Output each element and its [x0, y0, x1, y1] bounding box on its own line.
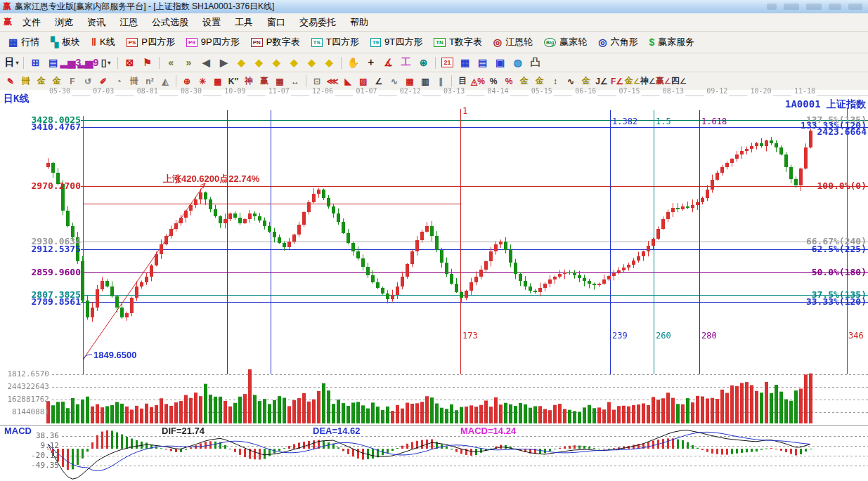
menu-item[interactable]: 帮助 [343, 15, 375, 29]
expand-h-diamond[interactable]: ◆ [268, 55, 285, 70]
period-day-dropdown[interactable]: 日▾ [3, 55, 20, 70]
percent-tool[interactable]: % [486, 74, 501, 88]
menu-item[interactable]: 设置 [195, 15, 228, 29]
menu-item[interactable]: 公式选股 [145, 15, 195, 29]
9t-square-button[interactable]: T99T四方形 [365, 33, 429, 51]
expand-all-diamond[interactable]: ◆ [320, 55, 338, 70]
prev-page-button[interactable]: ◀ [197, 55, 215, 70]
menu-item[interactable]: 交易委托 [292, 15, 343, 29]
box-web-tool[interactable]: ▩ [210, 74, 226, 88]
parallel-lines-tool[interactable]: ∥ [433, 74, 448, 88]
hexagon-button[interactable]: ◎六角形 [592, 33, 643, 51]
gann-box-icon[interactable]: ⊠ [121, 55, 138, 70]
winner-service-button[interactable]: $赢家服务 [644, 33, 701, 51]
zigzag-tool[interactable]: ∿ [387, 74, 402, 88]
menu-item[interactable]: 文件 [15, 15, 48, 29]
mind-map-icon[interactable]: ⊛ [415, 55, 432, 70]
menu-item[interactable]: 浏览 [48, 15, 80, 29]
set-square-tool[interactable]: ◭ [157, 74, 173, 88]
ying-angle-tool[interactable]: 赢∠ [656, 74, 671, 88]
pen-ruler-tool[interactable]: ✎ [3, 74, 18, 88]
box-net-tool[interactable]: ▨ [356, 74, 371, 88]
k-note-tool[interactable]: K″ [226, 74, 241, 88]
percent-line-tool[interactable]: % [501, 74, 517, 88]
first-page-button[interactable]: « [162, 55, 180, 70]
gold-square-tool[interactable]: 金 [34, 74, 49, 88]
ray-fan-tool[interactable]: ⋘ [325, 74, 340, 88]
menu-item[interactable]: 窗口 [260, 15, 292, 29]
gold-angle-tool[interactable]: 金∠ [625, 74, 640, 88]
next-page-button[interactable]: ▶ [215, 55, 233, 70]
t-square-button[interactable]: TST四方形 [306, 33, 365, 51]
gann-wheel-button[interactable]: ◎江恩轮 [488, 33, 538, 51]
shrink-h-diamond[interactable]: ◆ [285, 55, 303, 70]
titlebar-ghost-item[interactable] [806, 4, 822, 10]
kline-chart-canvas[interactable] [0, 90, 868, 481]
titlebar-ghost-item[interactable] [767, 4, 777, 10]
gold-level-tool-2[interactable]: 金 [578, 74, 594, 88]
target-circle-tool[interactable]: ⊕ [179, 74, 195, 88]
gold-square-tool-2[interactable]: 金 [49, 74, 65, 88]
f-angle-tool[interactable]: F∠ [609, 74, 625, 88]
n-square-tool[interactable]: n² [142, 74, 157, 88]
color-flag-icon[interactable]: ⚑ [138, 55, 156, 70]
gann-gong-tool[interactable]: 工 [397, 55, 415, 70]
menu-item[interactable]: 工具 [228, 15, 260, 29]
red-grid-tool[interactable]: ▦ [402, 74, 417, 88]
crosshair-tool[interactable]: ＋ [362, 55, 380, 70]
ying-comb-tool[interactable]: 赢 [257, 74, 272, 88]
t-table-button[interactable]: TNT数字表 [428, 33, 488, 51]
candle-style-dropdown[interactable]: ▯▾ [97, 55, 115, 70]
gann-grid-icon[interactable]: ⊞ [27, 55, 44, 70]
corner-fan-tool[interactable]: ◣ [340, 74, 356, 88]
quotes-button[interactable]: ▦行情 [3, 33, 45, 51]
gold-level-tool[interactable]: 金 [532, 74, 548, 88]
wave-3-icon[interactable]: ▂▅3 [62, 55, 79, 70]
time-cycle-tool[interactable]: ◔ [111, 74, 127, 88]
stats-table-tool[interactable]: 目 [455, 74, 470, 88]
calendar-21-icon[interactable]: 21 [439, 55, 456, 70]
percent-peak-tool[interactable]: ◬% [470, 74, 486, 88]
calculator-icon[interactable]: ▦ [456, 55, 474, 70]
angle-line-tool[interactable]: ∠ [371, 74, 387, 88]
p-table-button[interactable]: PNP数字表 [245, 33, 306, 51]
pen-angle-tool[interactable]: ✐ [96, 74, 111, 88]
menu-item[interactable]: 资讯 [80, 15, 112, 29]
wave-9-icon[interactable]: ▂▅9 [79, 55, 97, 70]
price-mark-tool[interactable]: ↕ [548, 74, 563, 88]
comb-tool[interactable]: 卌 [127, 74, 142, 88]
menu-item[interactable]: 江恩 [112, 15, 145, 29]
titlebar-ghost-item[interactable] [784, 4, 799, 10]
zoom-right-diamond[interactable]: ◆ [250, 55, 268, 70]
fib-tool[interactable]: F [65, 74, 80, 88]
comb-scale-tool[interactable]: 卌 [18, 74, 34, 88]
winner-wheel-button[interactable]: Big赢家轮 [538, 33, 592, 51]
macd-indicator-title[interactable]: MACD [4, 426, 32, 436]
grid-shift-tool[interactable]: ▥ [417, 74, 433, 88]
9p-square-button[interactable]: P99P四方形 [181, 33, 245, 51]
gold-circle-tool[interactable]: 金 [517, 74, 532, 88]
last-page-button[interactable]: » [180, 55, 197, 70]
shen-comb-tool[interactable]: 神 [241, 74, 257, 88]
titlebar-ghost-item[interactable] [829, 4, 841, 10]
memo-icon[interactable]: ▤ [474, 55, 491, 70]
wave-fit-tool[interactable]: ∿ [563, 74, 578, 88]
j-angle-tool[interactable]: J∠ [594, 74, 609, 88]
shen-angle-tool[interactable]: 神∠ [640, 74, 656, 88]
pan-hand-tool[interactable]: ✋ [344, 55, 362, 70]
titlebar-ghost-item[interactable] [848, 4, 862, 10]
width-measure-tool[interactable]: ↔ [287, 74, 303, 88]
info-panel-icon[interactable]: ▤ [44, 55, 62, 70]
star-web-tool[interactable]: ✳ [195, 74, 210, 88]
printer-icon[interactable]: 凸 [526, 55, 544, 70]
web-share-icon[interactable]: ◍ [509, 55, 526, 70]
kline-button[interactable]: ǁK线 [86, 33, 121, 51]
angle-tool[interactable]: ∡ [380, 55, 397, 70]
box-corner-tool[interactable]: ⊡ [309, 74, 325, 88]
grid-123-tool[interactable]: ▦ [272, 74, 287, 88]
spiral-tool[interactable]: ↺ [80, 74, 96, 88]
shrink-all-diamond[interactable]: ◆ [303, 55, 320, 70]
zoom-left-diamond[interactable]: ◆ [233, 55, 250, 70]
blocks-button[interactable]: ▚板块 [45, 33, 86, 51]
p-square-button[interactable]: PSP四方形 [121, 33, 181, 51]
